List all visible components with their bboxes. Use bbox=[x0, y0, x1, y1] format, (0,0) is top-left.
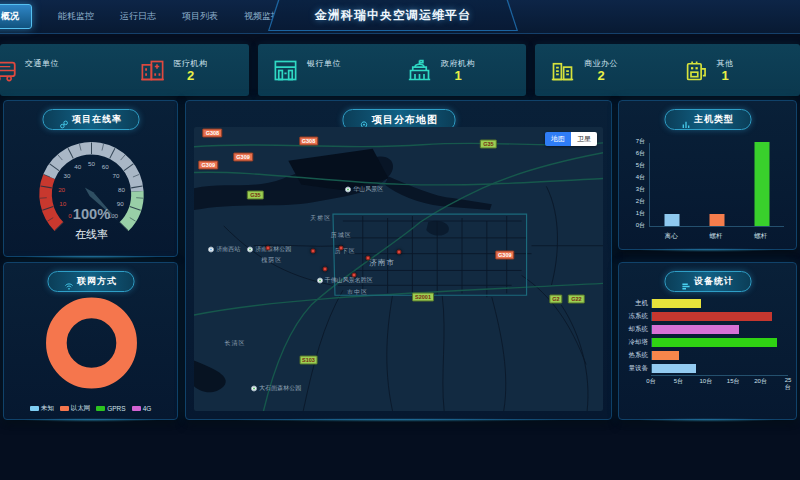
legend-item-4G[interactable]: 4G bbox=[132, 404, 152, 413]
device-row-track bbox=[651, 312, 788, 321]
area-label-槐荫区: 槐荫区 bbox=[261, 256, 282, 265]
device-row-label: 热系统 bbox=[621, 351, 651, 360]
project-marker[interactable] bbox=[365, 255, 370, 260]
device-row-热系统: 热系统 bbox=[621, 349, 788, 362]
panel-network-type: 联网方式 未知以太网GPRS4G bbox=[3, 262, 178, 420]
gauge-tick-label: 50 bbox=[88, 160, 95, 167]
stats-icon bbox=[681, 277, 690, 286]
map-mode-button[interactable]: 地图 bbox=[545, 132, 571, 146]
x-tick-label: 0台 bbox=[646, 377, 655, 386]
panel-title: 项目分布地图 bbox=[372, 113, 438, 127]
panel-device-stats: 设备统计 主机冻系统却系统冷却塔热系统量设备 0台5台10台15台20台25台 bbox=[618, 262, 797, 420]
device-row-bar bbox=[652, 325, 739, 334]
tab-运行日志[interactable]: 运行日志 bbox=[120, 10, 156, 23]
project-marker[interactable] bbox=[396, 249, 401, 254]
map-canvas[interactable]: G308G308G309G309G309G35G35S2001S103G2G22… bbox=[194, 127, 603, 411]
nav-tabs: 概况能耗监控运行日志项目列表视频监控 bbox=[0, 4, 280, 29]
poi-marker-大石崮森林公园[interactable]: 大石崮森林公园 bbox=[251, 384, 301, 393]
y-tick-label: 7台 bbox=[623, 137, 645, 146]
panel-title: 联网方式 bbox=[77, 275, 117, 288]
poi-marker-千佛山风景名胜区[interactable]: 千佛山风景名胜区 bbox=[317, 276, 373, 285]
legend-item-以太网[interactable]: 以太网 bbox=[60, 404, 91, 413]
poi-label: 千佛山风景名胜区 bbox=[325, 276, 373, 285]
project-marker[interactable] bbox=[322, 267, 327, 272]
area-label-济南市: 济南市 bbox=[369, 258, 395, 268]
host-type-plot-area bbox=[649, 143, 784, 227]
x-tick-label: 10台 bbox=[699, 377, 712, 386]
map-overlays: G308G308G309G309G309G35G35S2001S103G2G22… bbox=[194, 127, 603, 411]
device-stats-x-axis: 0台5台10台15台20台25台 bbox=[651, 375, 788, 385]
panel-title: 设备统计 bbox=[694, 275, 734, 288]
road-badge-G309: G309 bbox=[495, 250, 514, 259]
road-badge-G35: G35 bbox=[247, 191, 263, 200]
bank-icon bbox=[272, 57, 299, 84]
poi-dot-icon bbox=[247, 246, 253, 252]
poi-dot-icon bbox=[208, 246, 214, 252]
project-marker[interactable] bbox=[265, 245, 270, 250]
stat-label: 政府机构 bbox=[441, 58, 475, 69]
device-stats-rows: 主机冻系统却系统冷却塔热系统量设备 bbox=[621, 297, 788, 375]
road-badge-G308: G308 bbox=[299, 137, 318, 146]
stat-item-其他: 其他1 bbox=[668, 57, 800, 84]
legend-item-未知[interactable]: 未知 bbox=[30, 404, 54, 413]
tab-项目列表[interactable]: 项目列表 bbox=[182, 10, 218, 23]
panel-project-map: 项目分布地图 bbox=[185, 100, 612, 420]
stat-item-政府机构: 政府机构1 bbox=[392, 57, 526, 84]
poi-marker-济南西站[interactable]: 济南西站 bbox=[208, 245, 240, 254]
host-type-bar-chart: 0台1台2台3台4台5台6台7台离心螺杆螺杆 bbox=[623, 131, 792, 245]
x-tick-label: 5台 bbox=[674, 377, 683, 386]
gauge-tick-label: 40 bbox=[74, 163, 81, 170]
title-banner: 金洲科瑞中央空调运维平台 bbox=[268, 0, 518, 31]
stat-card: 交通单位医疗机构2 bbox=[0, 44, 249, 96]
y-tick-label: 2台 bbox=[623, 197, 645, 206]
pin-icon bbox=[359, 116, 368, 125]
chart-icon bbox=[681, 115, 690, 124]
poi-label: 济南西站 bbox=[216, 245, 240, 254]
tab-概况[interactable]: 概况 bbox=[0, 4, 32, 29]
project-marker[interactable] bbox=[310, 248, 315, 253]
stat-value: 2 bbox=[597, 69, 604, 83]
legend-label: 未知 bbox=[41, 404, 54, 413]
y-tick-label: 1台 bbox=[623, 209, 645, 218]
stat-value: 2 bbox=[187, 69, 194, 83]
stat-card: 银行单位政府机构1 bbox=[258, 44, 526, 96]
device-row-track bbox=[651, 338, 788, 347]
legend-label: 以太网 bbox=[71, 404, 91, 413]
y-tick-label: 5台 bbox=[623, 161, 645, 170]
tab-能耗监控[interactable]: 能耗监控 bbox=[58, 10, 94, 23]
bar-螺杆 bbox=[710, 214, 725, 226]
panel-device-stats-header: 设备统计 bbox=[664, 271, 751, 292]
road-badge-G35: G35 bbox=[480, 140, 496, 149]
stat-label: 交通单位 bbox=[25, 58, 59, 69]
bar-螺杆 bbox=[754, 142, 769, 226]
stat-label: 其他 bbox=[717, 58, 734, 69]
panel-host-type-header: 主机类型 bbox=[664, 109, 751, 130]
gauge-value-text: 100% bbox=[73, 206, 110, 222]
stat-label: 医疗机构 bbox=[174, 58, 208, 69]
gauge-tick-label: 10 bbox=[59, 200, 66, 207]
link-icon bbox=[59, 115, 68, 124]
legend-item-GPRS[interactable]: GPRS bbox=[96, 404, 125, 413]
stat-item-商业办公: 商业办公2 bbox=[535, 57, 668, 84]
device-stats-bar-chart: 主机冻系统却系统冷却塔热系统量设备 0台5台10台15台20台25台 bbox=[621, 297, 788, 413]
stat-text: 医疗机构2 bbox=[174, 58, 208, 83]
project-marker[interactable] bbox=[339, 245, 344, 250]
satellite-mode-button[interactable]: 卫星 bbox=[571, 132, 597, 146]
gauge-tick-label: 60 bbox=[102, 163, 109, 170]
office-icon bbox=[549, 57, 576, 84]
y-tick-label: 6台 bbox=[623, 149, 645, 158]
y-tick-label: 3台 bbox=[623, 185, 645, 194]
stat-value: 1 bbox=[454, 69, 461, 83]
device-row-label: 量设备 bbox=[621, 364, 651, 373]
y-tick-label: 4台 bbox=[623, 173, 645, 182]
bus-icon bbox=[0, 57, 17, 84]
government-icon bbox=[406, 57, 433, 84]
gauge-tick-label: 90 bbox=[117, 200, 124, 207]
gauge-tick-label: 30 bbox=[64, 172, 71, 179]
panel-online-rate-header: 项目在线率 bbox=[42, 109, 139, 130]
top-nav: 概况能耗监控运行日志项目列表视频监控 金洲科瑞中央空调运维平台 bbox=[0, 0, 800, 34]
project-marker[interactable] bbox=[351, 272, 356, 277]
poi-marker-华山风景区[interactable]: 华山风景区 bbox=[345, 185, 383, 194]
stat-item-交通单位: 交通单位 bbox=[0, 57, 125, 84]
stat-text: 政府机构1 bbox=[441, 58, 475, 83]
